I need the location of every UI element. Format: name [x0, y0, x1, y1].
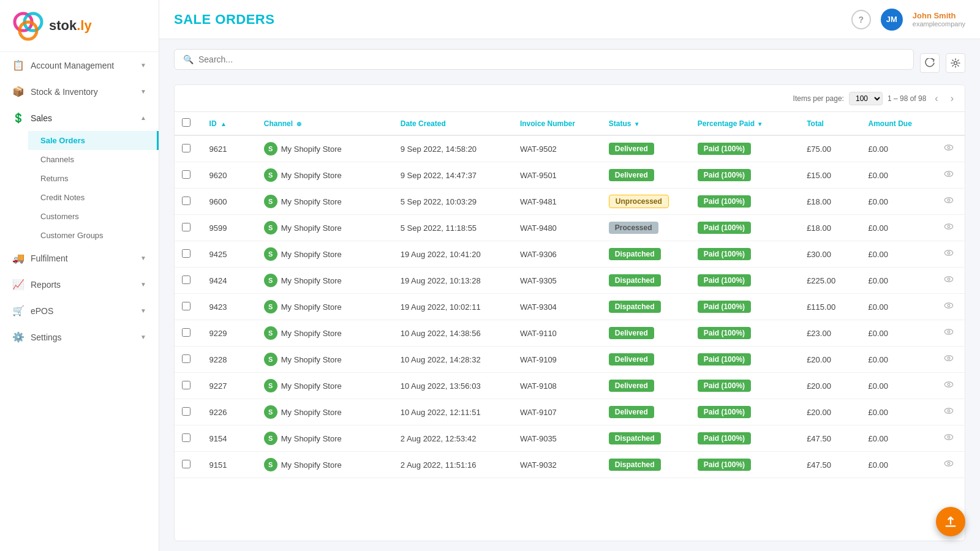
row-status: Delivered: [601, 135, 690, 162]
row-view-action[interactable]: [936, 452, 965, 478]
row-checkbox[interactable]: [182, 354, 190, 363]
row-checkbox[interactable]: [182, 460, 190, 468]
settings-button[interactable]: [946, 53, 965, 73]
row-view-action[interactable]: [936, 399, 965, 425]
row-status: Dispatched: [601, 241, 690, 268]
col-header-id[interactable]: ID ▲: [202, 112, 257, 135]
row-view-action[interactable]: [936, 425, 965, 452]
eye-icon: [943, 432, 954, 443]
row-amount-due: £0.00: [861, 373, 936, 399]
row-view-action[interactable]: [936, 320, 965, 347]
upload-fab[interactable]: [936, 507, 965, 536]
svg-point-19: [948, 331, 950, 333]
row-amount-due: £0.00: [861, 452, 936, 478]
row-checkbox[interactable]: [182, 328, 190, 337]
row-checkbox[interactable]: [182, 433, 190, 442]
row-checkbox[interactable]: [182, 223, 190, 231]
search-input[interactable]: [198, 54, 905, 64]
row-checkbox[interactable]: [182, 302, 190, 310]
row-view-action[interactable]: [936, 135, 965, 162]
status-badge: Dispatched: [609, 432, 661, 444]
sidebar-item-fulfilment[interactable]: 🚚 Fulfilment ▼: [0, 245, 159, 271]
help-button[interactable]: ?: [851, 10, 871, 29]
prev-page-button[interactable]: ‹: [931, 92, 941, 105]
row-view-action[interactable]: [936, 162, 965, 189]
row-date: 5 Sep 2022, 11:18:55: [393, 215, 513, 241]
sidebar-item-customers[interactable]: Customers: [28, 207, 159, 226]
sidebar-item-credit-notes[interactable]: Credit Notes: [28, 188, 159, 207]
items-per-page-select[interactable]: 100 50 25: [849, 92, 883, 105]
col-header-pct-paid[interactable]: Percentage Paid ▾: [690, 112, 799, 135]
status-badge: Unprocessed: [609, 195, 669, 208]
row-view-action[interactable]: [936, 347, 965, 373]
svg-point-25: [948, 410, 950, 412]
row-pct-paid: Paid (100%): [690, 373, 799, 399]
row-view-action[interactable]: [936, 215, 965, 241]
user-name: John Smith: [913, 11, 965, 20]
row-pct-paid: Paid (100%): [690, 347, 799, 373]
row-status: Dispatched: [601, 294, 690, 320]
row-checkbox[interactable]: [182, 407, 190, 416]
svg-point-23: [948, 383, 950, 386]
row-date: 9 Sep 2022, 14:58:20: [393, 135, 513, 162]
col-header-channel[interactable]: Channel ⊕: [257, 112, 393, 135]
chevron-down-icon: ▼: [140, 307, 146, 314]
status-badge: Delivered: [609, 169, 654, 181]
svg-point-27: [948, 436, 950, 438]
row-checkbox-cell: [175, 135, 202, 162]
row-channel: S My Shopify Store: [257, 399, 393, 425]
eye-icon: [943, 353, 954, 364]
row-total: £47.50: [799, 425, 861, 452]
row-checkbox[interactable]: [182, 170, 190, 179]
pct-paid-badge: Paid (100%): [698, 459, 751, 471]
col-header-status[interactable]: Status ▾: [601, 112, 690, 135]
sidebar-item-sale-orders[interactable]: Sale Orders: [28, 131, 159, 150]
sidebar-item-sales[interactable]: 💲 Sales ▲: [0, 105, 159, 131]
row-total: £225.00: [799, 268, 861, 294]
sidebar-item-channels[interactable]: Channels: [28, 150, 159, 169]
sidebar-item-stock-inventory[interactable]: 📦 Stock & Inventory ▼: [0, 78, 159, 105]
table-row: 9600 S My Shopify Store 5 Sep 2022, 10:0…: [175, 189, 965, 215]
row-checkbox[interactable]: [182, 276, 190, 284]
row-channel: S My Shopify Store: [257, 268, 393, 294]
row-channel-name: My Shopify Store: [281, 460, 342, 470]
sidebar-item-account-management[interactable]: 📋 Account Management ▼: [0, 52, 159, 78]
row-checkbox[interactable]: [182, 381, 190, 389]
row-id: 9226: [202, 399, 257, 425]
status-badge: Processed: [609, 222, 658, 234]
row-view-action[interactable]: [936, 373, 965, 399]
sidebar-item-label-epos: ePOS: [31, 306, 53, 316]
sidebar-item-customer-groups[interactable]: Customer Groups: [28, 226, 159, 245]
svg-point-8: [944, 198, 953, 203]
eye-icon: [943, 168, 954, 179]
sidebar-item-returns[interactable]: Returns: [28, 169, 159, 188]
row-channel: S My Shopify Store: [257, 320, 393, 347]
row-pct-paid: Paid (100%): [690, 215, 799, 241]
row-amount-due: £0.00: [861, 215, 936, 241]
sidebar-item-reports[interactable]: 📈 Reports ▼: [0, 271, 159, 298]
row-view-action[interactable]: [936, 189, 965, 215]
row-channel: S My Shopify Store: [257, 162, 393, 189]
row-view-action[interactable]: [936, 294, 965, 320]
refresh-button[interactable]: [920, 53, 940, 73]
row-invoice: WAT-9107: [513, 399, 601, 425]
row-view-action[interactable]: [936, 268, 965, 294]
row-invoice: WAT-9108: [513, 373, 601, 399]
col-header-amount-due[interactable]: Amount Due: [861, 112, 936, 135]
select-all-checkbox[interactable]: [182, 118, 190, 127]
row-checkbox[interactable]: [182, 249, 190, 258]
sidebar-item-epos[interactable]: 🛒 ePOS ▼: [0, 298, 159, 324]
row-checkbox[interactable]: [182, 197, 190, 205]
col-invoice-label: Invoice Number: [520, 119, 575, 128]
row-invoice: WAT-9501: [513, 162, 601, 189]
svg-point-12: [944, 250, 953, 255]
col-header-total[interactable]: Total: [799, 112, 861, 135]
row-checkbox[interactable]: [182, 144, 190, 152]
eye-icon: [943, 300, 954, 311]
col-header-invoice[interactable]: Invoice Number: [513, 112, 601, 135]
col-header-date[interactable]: Date Created: [393, 112, 513, 135]
sidebar-item-settings[interactable]: ⚙️ Settings ▼: [0, 324, 159, 350]
next-page-button[interactable]: ›: [947, 92, 957, 105]
svg-point-11: [948, 225, 950, 228]
row-view-action[interactable]: [936, 241, 965, 268]
